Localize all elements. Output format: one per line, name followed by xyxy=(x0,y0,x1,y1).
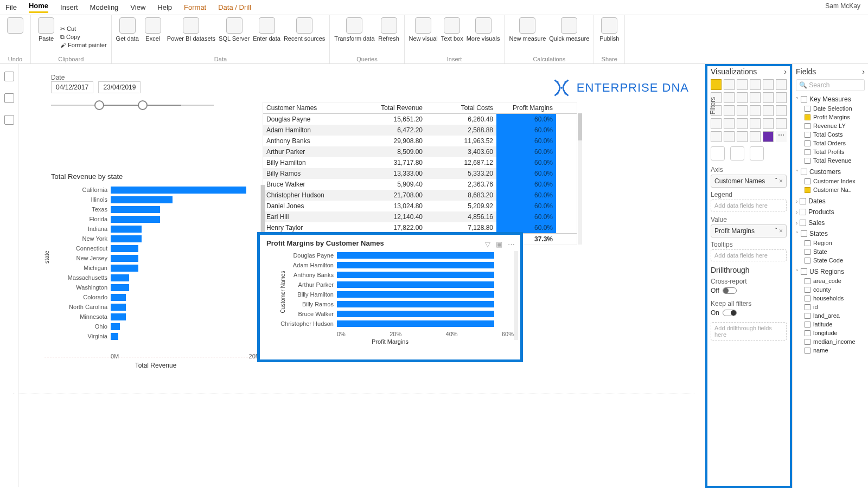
table-row[interactable]: Arthur Parker8,509.003,403.6060.0% xyxy=(263,146,577,157)
field-table[interactable]: ˅US Regions xyxy=(796,268,865,275)
field-item[interactable]: State Code xyxy=(796,256,865,265)
menu-insert[interactable]: Insert xyxy=(60,3,78,11)
col-customer[interactable]: Customer Names xyxy=(263,102,350,113)
field-item[interactable]: area_code xyxy=(796,277,865,285)
analytics-tab-icon[interactable] xyxy=(750,146,764,160)
more-visuals-button[interactable]: More visuals xyxy=(467,17,500,42)
col-margin[interactable]: Profit Margins xyxy=(496,102,556,113)
copy-button[interactable]: ⧉ Copy xyxy=(60,34,107,41)
field-item[interactable]: Date Selection xyxy=(796,104,865,113)
table-row[interactable]: Daniel Jones13,024.805,209.9260.0% xyxy=(263,201,577,211)
publish-button[interactable]: Publish xyxy=(598,17,620,42)
viz-type[interactable] xyxy=(711,131,722,142)
bar[interactable]: Washington xyxy=(51,282,258,292)
col-revenue[interactable]: Total Revenue xyxy=(350,102,426,113)
paste-button[interactable]: Paste xyxy=(35,17,57,42)
bar[interactable]: Minnesota xyxy=(51,312,258,322)
field-table[interactable]: ˅Customers xyxy=(796,168,865,176)
viz-type[interactable] xyxy=(776,118,787,129)
bar[interactable]: Massachusetts xyxy=(51,273,258,282)
table-row[interactable]: Adam Hamilton6,472.202,588.8860.0% xyxy=(263,125,577,136)
field-item[interactable]: households xyxy=(796,294,865,303)
viz-type[interactable] xyxy=(737,105,748,116)
remove-icon[interactable]: × xyxy=(779,177,783,185)
field-item[interactable]: county xyxy=(796,285,865,294)
bar[interactable]: Christopher Hudson xyxy=(266,319,514,329)
new-visual-button[interactable]: New visual xyxy=(409,17,438,42)
viz-type[interactable] xyxy=(737,118,748,129)
viz-type[interactable] xyxy=(763,79,774,90)
focus-icon[interactable]: ▣ xyxy=(496,240,502,248)
viz-type[interactable] xyxy=(750,92,761,103)
bar[interactable]: California xyxy=(51,185,258,195)
viz-type[interactable] xyxy=(776,79,787,90)
bar[interactable]: Bruce Walker xyxy=(266,309,514,319)
field-table[interactable]: ˅States xyxy=(796,230,865,237)
pm-scroll[interactable] xyxy=(514,251,518,340)
more-icon[interactable]: ⋯ xyxy=(508,240,515,248)
undo-button[interactable] xyxy=(4,17,26,35)
field-table[interactable]: ›Sales xyxy=(796,219,865,227)
bar[interactable]: Colorado xyxy=(51,292,258,302)
bar[interactable]: Indiana xyxy=(51,224,258,234)
table-row[interactable]: Billy Hamilton31,717.8012,687.1260.0% xyxy=(263,157,577,168)
date-to[interactable]: 23/04/2019 xyxy=(98,81,141,93)
profit-margins-chart[interactable]: Profit Margins by Customer Names ▽ ▣ ⋯ C… xyxy=(257,232,523,362)
table-scrollbar[interactable] xyxy=(578,113,582,245)
bar[interactable]: Douglas Payne xyxy=(266,251,514,260)
bar[interactable]: New Jersey xyxy=(51,253,258,263)
field-item[interactable]: median_income xyxy=(796,337,865,346)
viz-type[interactable] xyxy=(737,92,748,103)
slider-knob-right[interactable] xyxy=(138,100,148,110)
table-row[interactable]: Earl Hill12,140.404,856.1660.0% xyxy=(263,211,577,222)
revenue-by-state-chart[interactable]: Total Revenue by state state CaliforniaI… xyxy=(51,172,260,369)
viz-type[interactable] xyxy=(737,131,748,142)
field-item[interactable]: longitude xyxy=(796,329,865,337)
well-tooltips[interactable]: Add data fields here xyxy=(711,249,787,261)
viz-type[interactable] xyxy=(750,118,761,129)
table-row[interactable]: Bruce Walker5,909.402,363.7660.0% xyxy=(263,179,577,190)
field-item[interactable]: Customer Na.. xyxy=(796,185,865,194)
field-item[interactable]: Profit Margins xyxy=(796,113,865,121)
date-slicer[interactable]: Date 04/12/2017 23/04/2019 xyxy=(51,74,214,112)
table-row[interactable]: Henry Taylor17,822.007,128.8060.0% xyxy=(263,222,577,233)
viz-type[interactable] xyxy=(724,79,735,90)
field-item[interactable]: land_area xyxy=(796,311,865,320)
bar[interactable]: Florida xyxy=(51,214,258,224)
viz-type[interactable] xyxy=(724,105,735,116)
recent-sources-button[interactable]: Recent sources xyxy=(284,17,325,42)
viz-type[interactable] xyxy=(737,79,748,90)
field-item[interactable]: Total Profits xyxy=(796,147,865,156)
viz-more[interactable]: ⋯ xyxy=(776,131,787,142)
sql-server-button[interactable]: SQL Server xyxy=(219,17,250,42)
report-view-icon[interactable] xyxy=(4,72,14,81)
pbi-datasets-button[interactable]: Power BI datasets xyxy=(167,17,215,42)
remove-icon[interactable]: × xyxy=(779,227,783,235)
filters-tab[interactable]: Filters xyxy=(709,97,717,115)
viz-type[interactable] xyxy=(724,131,735,142)
refresh-button[interactable]: Refresh xyxy=(378,17,400,42)
table-row[interactable]: Billy Ramos13,333.005,333.2060.0% xyxy=(263,168,577,179)
field-item[interactable]: Region xyxy=(796,239,865,247)
bar[interactable]: Illinois xyxy=(51,195,258,204)
viz-type[interactable] xyxy=(750,131,761,142)
well-value[interactable]: Profit Marginsˇ × xyxy=(711,224,787,237)
menu-format[interactable]: Format xyxy=(184,3,206,11)
text-box-button[interactable]: Text box xyxy=(441,17,463,42)
menu-datadrill[interactable]: Data / Drill xyxy=(218,3,251,11)
viz-type[interactable] xyxy=(750,105,761,116)
menu-file[interactable]: File xyxy=(5,3,17,11)
bar[interactable]: Michigan xyxy=(51,263,258,273)
viz-stacked-bar[interactable] xyxy=(711,79,722,90)
well-axis[interactable]: Customer Namesˇ × xyxy=(711,175,787,188)
field-table[interactable]: ›Dates xyxy=(796,197,865,205)
menu-home[interactable]: Home xyxy=(29,2,48,13)
fields-tab-icon[interactable] xyxy=(711,146,725,160)
get-data-button[interactable]: Get data xyxy=(116,17,139,42)
chevron-icon[interactable]: › xyxy=(784,67,787,76)
table-row[interactable]: Christopher Hudson21,708.008,683.2060.0% xyxy=(263,190,577,201)
viz-type[interactable] xyxy=(763,92,774,103)
cross-report-toggle[interactable] xyxy=(723,287,737,294)
field-item[interactable]: Total Revenue xyxy=(796,156,865,165)
field-item[interactable]: id xyxy=(796,303,865,311)
